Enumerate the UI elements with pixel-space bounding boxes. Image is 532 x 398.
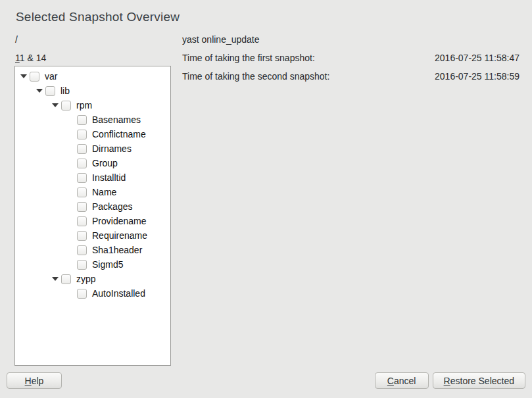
snapshot-config-label: / — [15, 34, 18, 45]
tree-checkbox[interactable] — [77, 187, 87, 197]
snapshot-description: yast online_update — [182, 34, 260, 45]
cancel-button[interactable]: Cancel — [375, 372, 429, 389]
tree-checkbox[interactable] — [77, 231, 87, 241]
tree-item-label: Group — [92, 158, 118, 168]
tree-row[interactable]: var — [15, 69, 170, 84]
second-snapshot-time-row: Time of taking the second snapshot: 2016… — [182, 71, 520, 82]
tree-row[interactable]: Dirnames — [15, 141, 170, 156]
tree-checkbox[interactable] — [77, 115, 87, 125]
tree-row[interactable]: Group — [15, 156, 170, 170]
tree-checkbox[interactable] — [77, 159, 87, 168]
tree-item-label: Name — [92, 187, 116, 197]
tree-checkbox[interactable] — [77, 260, 87, 270]
tree-checkbox[interactable] — [45, 86, 55, 96]
first-snapshot-time-row: Time of taking the first snapshot: 2016-… — [182, 53, 520, 63]
page-title: Selected Snapshot Overview — [16, 10, 180, 24]
snapshot-overview-dialog: { "title": "Selected Snapshot Overview",… — [0, 0, 532, 398]
first-snapshot-time-label: Time of taking the first snapshot: — [182, 53, 315, 63]
help-button-mnemonic: H — [25, 376, 32, 386]
tree-row[interactable]: lib — [15, 84, 170, 98]
tree-item-label: rpm — [76, 100, 92, 111]
tree-row[interactable]: Installtid — [15, 170, 170, 185]
tree-item-label: Conflictname — [92, 129, 146, 139]
restore-selected-button[interactable]: Restore Selected — [433, 372, 525, 389]
tree-item-label: Sha1header — [92, 245, 142, 255]
tree-row[interactable]: Requirename — [15, 228, 170, 243]
triangle-down-icon — [20, 74, 27, 78]
tree-checkbox[interactable] — [77, 245, 87, 255]
expander-down-icon[interactable] — [49, 103, 61, 107]
snapshot-pair-selector[interactable]: 11 & 14 — [15, 53, 46, 63]
tree-checkbox[interactable] — [77, 202, 87, 212]
snapshot-pair-rest: 1 & 14 — [20, 53, 46, 63]
tree-item-label: lib — [60, 86, 70, 96]
triangle-down-icon — [52, 277, 59, 281]
tree-row[interactable]: Sha1header — [15, 243, 170, 257]
tree-row[interactable]: AutoInstalled — [15, 286, 170, 301]
tree-checkbox[interactable] — [77, 173, 87, 183]
help-button-rest: elp — [32, 376, 44, 386]
tree-checkbox[interactable] — [77, 289, 87, 299]
expander-down-icon[interactable] — [18, 74, 30, 78]
triangle-down-icon — [52, 103, 59, 107]
restore-button-mnemonic: R — [444, 376, 450, 386]
snapshot-pair-mnemonic: 1 — [15, 53, 20, 63]
tree-checkbox[interactable] — [77, 144, 87, 154]
tree-item-label: Installtid — [92, 172, 126, 183]
tree-row[interactable]: Conflictname — [15, 127, 170, 141]
tree-checkbox[interactable] — [77, 216, 87, 226]
tree-item-label: Requirename — [92, 230, 147, 241]
expander-down-icon[interactable] — [49, 277, 61, 281]
tree-checkbox[interactable] — [61, 101, 71, 111]
tree-row[interactable]: Basenames — [15, 112, 170, 127]
tree-row[interactable]: Sigmd5 — [15, 257, 170, 272]
tree-row[interactable]: Providename — [15, 214, 170, 228]
tree-row[interactable]: Name — [15, 185, 170, 199]
tree-item-label: var — [45, 71, 57, 82]
tree-item-label: Packages — [92, 201, 132, 212]
tree-checkbox[interactable] — [61, 274, 71, 284]
tree-checkbox[interactable] — [30, 72, 39, 82]
cancel-button-rest: ancel — [394, 376, 416, 386]
tree-item-label: Providename — [92, 216, 147, 226]
tree-row[interactable]: rpm — [15, 98, 170, 112]
second-snapshot-time-value: 2016-07-25 11:58:59 — [435, 71, 520, 82]
help-button[interactable]: Help — [7, 372, 62, 389]
tree-item-label: Basenames — [92, 114, 141, 125]
tree-row[interactable]: zypp — [15, 272, 170, 286]
restore-button-rest: estore Selected — [450, 376, 514, 386]
tree-row[interactable]: Packages — [15, 199, 170, 214]
tree-item-label: AutoInstalled — [92, 288, 145, 299]
tree-item-label: zypp — [76, 274, 96, 284]
second-snapshot-time-label: Time of taking the second snapshot: — [182, 71, 329, 82]
tree-item-label: Dirnames — [92, 143, 132, 154]
triangle-down-icon — [36, 89, 43, 93]
dialog-action-buttons: Cancel Restore Selected — [375, 372, 525, 389]
cancel-button-mnemonic: C — [387, 376, 394, 386]
first-snapshot-time-value: 2016-07-25 11:58:47 — [435, 53, 520, 63]
snapshot-file-tree[interactable]: varlibrpmBasenamesConflictnameDirnamesGr… — [14, 66, 171, 366]
expander-down-icon[interactable] — [34, 89, 45, 93]
tree-item-label: Sigmd5 — [92, 259, 123, 270]
tree-checkbox[interactable] — [77, 130, 87, 139]
